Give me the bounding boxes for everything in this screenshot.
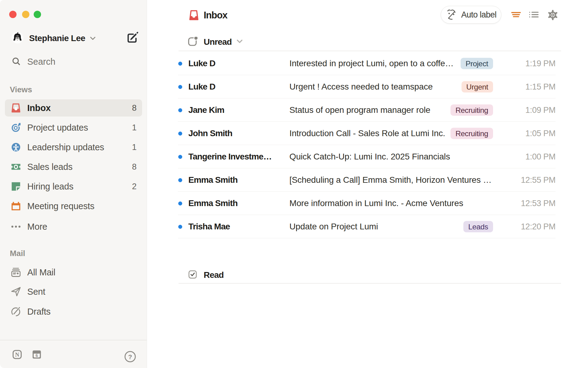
svg-text:?: ? xyxy=(128,353,132,360)
svg-text:6: 6 xyxy=(36,353,38,358)
svg-text:N: N xyxy=(15,351,19,358)
